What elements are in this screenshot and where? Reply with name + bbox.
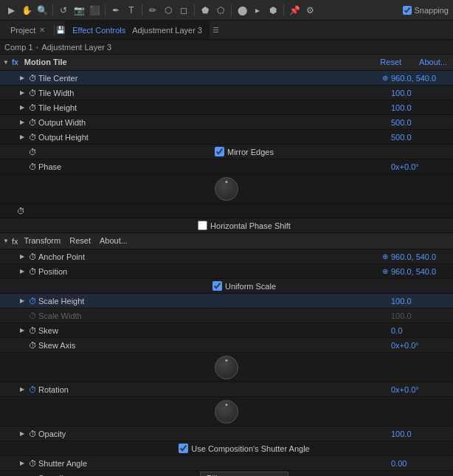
output-height-stopwatch[interactable]: ⏱ [27, 133, 38, 142]
transform-about[interactable]: About... [97, 233, 131, 249]
position-value[interactable]: 960.0, 540.0 [391, 267, 450, 276]
tile-width-value[interactable]: 100.0 [391, 89, 450, 97]
tile-center-stopwatch[interactable]: ⏱ [27, 74, 38, 83]
shape-tool-icon[interactable]: ⬤ [235, 4, 249, 17]
mirror-edges-checkbox[interactable] [215, 147, 224, 156]
phase-value[interactable]: 0x+0.0° [391, 162, 450, 171]
toolbar-sep-2 [105, 4, 106, 16]
tile-height-value[interactable]: 100.0 [391, 103, 450, 112]
transform-expand[interactable]: ▼ [3, 238, 9, 244]
paint-tool-icon[interactable]: ⚙ [303, 4, 317, 17]
motion-tile-expand[interactable]: ▼ [3, 59, 9, 66]
phase-knob[interactable] [215, 177, 238, 201]
tile-height-expand[interactable]: ▶ [18, 103, 27, 112]
scale-height-stopwatch[interactable]: ⏱ [27, 297, 38, 306]
toolbar-sep-3 [142, 4, 142, 16]
anchor-point-value[interactable]: 960.0, 540.0 [391, 252, 450, 261]
tab-menu-icon[interactable]: ☰ [212, 26, 219, 34]
phase-stopwatch2[interactable]: ⏱ [15, 207, 27, 215]
pin-tool-icon[interactable]: 📌 [288, 4, 301, 17]
skew-stopwatch[interactable]: ⏱ [27, 326, 38, 335]
prop-rotation: ▶ ⏱ Rotation 0x+0.0° [0, 382, 453, 397]
rotation-value[interactable]: 0x+0.0° [391, 385, 450, 394]
roto-tool-icon[interactable]: ⬟ [198, 4, 212, 17]
tile-width-expand[interactable]: ▶ [18, 89, 27, 97]
tab-effect-controls[interactable]: Effect Controls Adjustment Layer 3 [65, 21, 210, 39]
prop-anchor-point: ▶ ⏱ Anchor Point ⊕ 960.0, 540.0 [0, 249, 453, 264]
use-comp-shutter-checkbox[interactable] [179, 444, 188, 453]
toolbar: ▶ ✋ 🔍 ↺ 📷 ⬛ ✒ T ✏ ⬡ ◻ ⬟ ⬠ ⬤ ▸ ⬢ 📌 ⚙ Snap… [0, 0, 453, 21]
anchor-stopwatch[interactable]: ⏱ [27, 252, 38, 261]
tab-project[interactable]: Project ✕ [3, 21, 52, 39]
scale-height-value[interactable]: 100.0 [391, 297, 450, 306]
puppet-tool-icon[interactable]: ⬛ [88, 4, 101, 17]
breadcrumb-layer: Adjustment Layer 3 [41, 43, 111, 52]
rotation-expand[interactable]: ▶ [18, 385, 27, 394]
prop-use-comp-shutter: ⏱ Use Composition's Shutter Angle [0, 441, 453, 456]
position-stopwatch[interactable]: ⏱ [27, 267, 38, 276]
skew-axis-value[interactable]: 0x+0.0° [391, 341, 450, 350]
position-expand[interactable]: ▶ [18, 267, 27, 276]
scale-height-expand[interactable]: ▶ [18, 297, 27, 306]
effects-panel: ▼ fx Motion Tile Reset About... ▶ ⏱ Tile… [0, 55, 453, 476]
brush-tool-icon[interactable]: ✏ [146, 4, 159, 17]
shape3-tool-icon[interactable]: ⬢ [266, 4, 280, 17]
mirror-stopwatch[interactable]: ⏱ [27, 148, 38, 156]
output-width-stopwatch[interactable]: ⏱ [27, 118, 38, 127]
stamp-tool-icon[interactable]: ⬡ [162, 4, 175, 17]
tile-center-expand[interactable]: ▶ [18, 74, 27, 83]
motion-tile-reset[interactable]: Reset [377, 55, 404, 71]
output-width-value[interactable]: 500.0 [391, 118, 450, 127]
scale-width-stopwatch: ⏱ [27, 311, 38, 320]
opacity-stopwatch[interactable]: ⏱ [27, 430, 38, 438]
selection-tool-icon[interactable]: ▶ [4, 4, 18, 17]
tile-width-stopwatch[interactable]: ⏱ [27, 89, 38, 97]
output-width-expand[interactable]: ▶ [18, 118, 27, 127]
opacity-expand[interactable]: ▶ [18, 430, 27, 438]
motion-tile-about[interactable]: About... [416, 55, 450, 71]
phase-knob-dot [226, 181, 228, 183]
rotation-knob[interactable] [215, 400, 238, 424]
shutter-angle-value[interactable]: 0.00 [391, 459, 450, 468]
prop-sampling: ⏱ Sampling Bilinear Bicubic [0, 471, 453, 476]
shutter-stopwatch[interactable]: ⏱ [27, 459, 38, 468]
skew-axis-stopwatch[interactable]: ⏱ [27, 341, 38, 350]
skew-axis-knob[interactable] [215, 356, 238, 379]
output-height-expand[interactable]: ▶ [18, 133, 27, 142]
tile-height-stopwatch[interactable]: ⏱ [27, 103, 38, 112]
tile-center-move-icon: ⊕ [382, 74, 388, 82]
shape2-tool-icon[interactable]: ▸ [251, 4, 264, 17]
rotate-tool-icon[interactable]: ↺ [57, 4, 70, 17]
breadcrumb-sep: • [36, 43, 39, 52]
anchor-move-icon: ⊕ [382, 252, 388, 261]
save-icon: 💾 [56, 26, 65, 34]
phase-stopwatch[interactable]: ⏱ [27, 162, 38, 171]
skew-value[interactable]: 0.0 [391, 326, 450, 335]
transform-label: Transform [21, 233, 63, 249]
zoom-tool-icon[interactable]: 🔍 [35, 4, 49, 17]
opacity-value[interactable]: 100.0 [391, 430, 450, 438]
rotation-knob-dot [226, 404, 228, 406]
opacity-label: Opacity [38, 430, 391, 438]
snapping-checkbox[interactable] [403, 6, 412, 15]
puppet2-tool-icon[interactable]: ⬠ [214, 4, 227, 17]
anchor-expand[interactable]: ▶ [18, 252, 27, 261]
rotation-stopwatch[interactable]: ⏱ [27, 385, 38, 394]
hand-tool-icon[interactable]: ✋ [20, 4, 33, 17]
eraser-tool-icon[interactable]: ◻ [177, 4, 190, 17]
skew-expand[interactable]: ▶ [18, 326, 27, 335]
text-tool-icon[interactable]: T [125, 4, 138, 17]
prop-phase: ▶ ⏱ Phase 0x+0.0° [0, 159, 453, 174]
pen-tool-icon[interactable]: ✒ [109, 4, 122, 17]
sampling-select[interactable]: Bilinear Bicubic [200, 472, 288, 477]
tab-project-close[interactable]: ✕ [39, 26, 45, 34]
output-height-value[interactable]: 500.0 [391, 133, 450, 142]
shutter-expand[interactable]: ▶ [18, 459, 27, 468]
tabs-divider [54, 25, 55, 35]
horizontal-phase-checkbox[interactable] [198, 221, 207, 230]
tile-center-value[interactable]: 960.0, 540.0 [391, 74, 450, 83]
camera-tool-icon[interactable]: 📷 [72, 4, 86, 17]
snapping-control: Snapping [403, 6, 449, 15]
transform-reset[interactable]: Reset [66, 233, 94, 249]
uniform-scale-checkbox[interactable] [212, 281, 222, 291]
